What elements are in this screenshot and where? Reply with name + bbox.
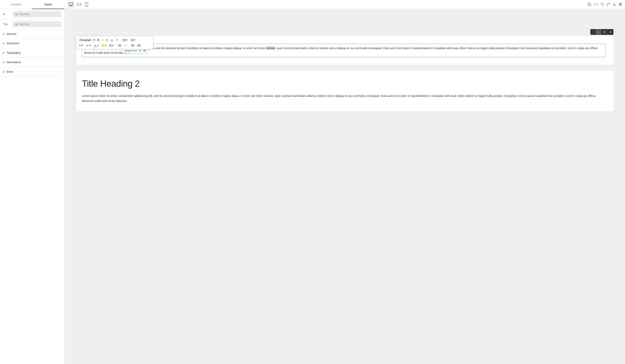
unlink-button[interactable] <box>143 49 146 52</box>
device-icons <box>68 1 89 8</box>
underline-button[interactable]: U <box>110 37 114 42</box>
text-transform-button[interactable]: A A ▾ <box>85 43 93 48</box>
accordion-typography-label: Typography <box>6 51 21 54</box>
delete-icon[interactable] <box>619 3 622 6</box>
block-1-text[interactable]: Lorem ipsum dolor sit amet, consectetur … <box>82 44 606 57</box>
tab-content[interactable]: Content <box>0 0 32 9</box>
outdent-button[interactable] <box>130 43 136 48</box>
title-field-row: Title <box>0 19 64 29</box>
block-1: Lorem ipsum dolor sit amet, consectetur … <box>76 36 613 65</box>
chevron-right-icon: ▶ <box>3 61 5 63</box>
chevron-right-icon: ▶ <box>3 71 5 73</box>
svg-rect-9 <box>590 3 591 4</box>
italic-button[interactable]: I <box>101 37 104 42</box>
duplicate-button[interactable]: ⧉ <box>602 29 607 35</box>
edit-link-button[interactable] <box>139 49 142 52</box>
id-input[interactable] <box>13 11 61 17</box>
accordion-dimension-header[interactable]: ▶ Dimension <box>0 39 64 48</box>
select-all-icon[interactable] <box>588 3 591 6</box>
tablet-portrait-icon[interactable] <box>84 1 89 8</box>
svg-point-19 <box>123 40 124 40</box>
accordion-dimension-label: Dimension <box>6 42 19 45</box>
svg-text:A: A <box>86 44 88 47</box>
svg-rect-0 <box>69 3 73 5</box>
tab-bar: Content Styles <box>0 0 64 9</box>
top-toolbar <box>64 0 625 9</box>
accordion-dimension: ▶ Dimension <box>0 39 64 48</box>
svg-text:A: A <box>102 45 103 47</box>
strikethrough-button[interactable]: S <box>105 37 109 42</box>
accordion-general: ▶ General <box>0 29 64 39</box>
accordion-decorations: ▶ Decorations <box>0 58 64 67</box>
bold-button[interactable]: B <box>96 37 100 42</box>
chevron-right-icon: ▶ <box>3 42 5 44</box>
title-input[interactable] <box>13 21 61 27</box>
chevron-right-icon: ▶ <box>3 33 5 35</box>
accordion-extra-header[interactable]: ▶ Extra <box>0 67 64 76</box>
svg-point-7 <box>86 6 87 6</box>
undo-icon[interactable] <box>600 3 604 6</box>
toolbar-right <box>588 3 622 6</box>
highlight-button[interactable]: A ▾ <box>100 43 107 48</box>
svg-text:A: A <box>88 44 89 46</box>
svg-point-17 <box>123 39 124 39</box>
bullet-list-button[interactable]: ▾ <box>121 37 129 42</box>
block-2-body: Lorem ipsum dolor sit amet, consectetur … <box>82 93 606 104</box>
svg-point-21 <box>123 40 124 41</box>
svg-rect-11 <box>590 5 591 6</box>
indent-button[interactable] <box>136 43 142 48</box>
font-size-button[interactable]: AI ▾ <box>77 43 85 48</box>
accordion-decorations-header[interactable]: ▶ Decorations <box>0 58 64 67</box>
svg-point-5 <box>80 4 81 5</box>
svg-text:3.: 3. <box>131 40 131 41</box>
svg-rect-10 <box>588 5 589 6</box>
main-area: Paragraph Heading 1 Heading 2 Heading 3 … <box>64 0 625 364</box>
svg-rect-14 <box>619 3 622 6</box>
clear-format-button[interactable]: Tx <box>114 38 120 42</box>
chevron-right-icon: ▶ <box>3 52 5 54</box>
editor-toolbar: Paragraph Heading 1 Heading 2 Heading 3 … <box>76 36 153 49</box>
move-up-button[interactable]: ↑ <box>590 29 596 35</box>
accordion-extra-label: Extra <box>6 70 13 73</box>
desktop-icon[interactable] <box>68 1 74 8</box>
ordered-list-button[interactable]: 1. 2. 3. ▾ <box>129 37 137 42</box>
redo-icon[interactable] <box>606 3 610 6</box>
highlighted-text: veniam <box>266 46 275 50</box>
hr-button[interactable]: — <box>123 43 128 48</box>
accordion-decorations-label: Decorations <box>6 61 21 64</box>
block-controls: ↑ ⊹ ⧉ ✕ <box>590 29 614 35</box>
id-field-row: Id <box>0 9 64 19</box>
download-icon[interactable] <box>613 3 616 6</box>
paragraph-select[interactable]: Paragraph Heading 1 Heading 2 Heading 3 <box>77 37 96 43</box>
tab-styles[interactable]: Styles <box>32 0 64 9</box>
link-button[interactable] <box>117 44 123 47</box>
block-2-heading: Title Heading 2 <box>82 78 606 89</box>
editor-toolbar-row-2: AI ▾ A A ▾ A <box>77 43 152 48</box>
id-label: Id <box>3 13 13 16</box>
drag-button[interactable]: ⊹ <box>595 29 602 35</box>
font-color-button[interactable]: A ▾ <box>93 43 100 48</box>
title-label: Title <box>3 23 13 26</box>
accordion-extra: ▶ Extra <box>0 67 64 76</box>
block-delete-button[interactable]: ✕ <box>607 29 613 35</box>
link-url-text: google.com <box>125 49 137 52</box>
tablet-landscape-icon[interactable] <box>76 1 82 8</box>
canvas-area: Paragraph Heading 1 Heading 2 Heading 3 … <box>64 9 625 364</box>
editor-toolbar-row-1: Paragraph Heading 1 Heading 2 Heading 3 … <box>77 37 152 43</box>
accordion-general-header[interactable]: ▶ General <box>0 29 64 38</box>
svg-line-44 <box>140 50 141 51</box>
block-2: Title Heading 2 Lorem ipsum dolor sit am… <box>76 71 613 111</box>
svg-text:A: A <box>94 44 96 47</box>
accordion-typography-header[interactable]: ▶ Typography <box>0 48 64 57</box>
svg-rect-8 <box>588 3 589 4</box>
accordion-general-label: General <box>6 32 16 35</box>
sidebar: Content Styles Id Title ▶ General ▶ Dime… <box>0 0 64 364</box>
align-button[interactable]: ▾ <box>108 43 115 48</box>
svg-rect-32 <box>94 46 97 47</box>
block-1-wrapper: Paragraph Heading 1 Heading 2 Heading 3 … <box>76 36 613 65</box>
accordion-typography: ▶ Typography <box>0 48 64 58</box>
separator-2 <box>116 44 116 47</box>
code-icon[interactable] <box>594 3 598 6</box>
